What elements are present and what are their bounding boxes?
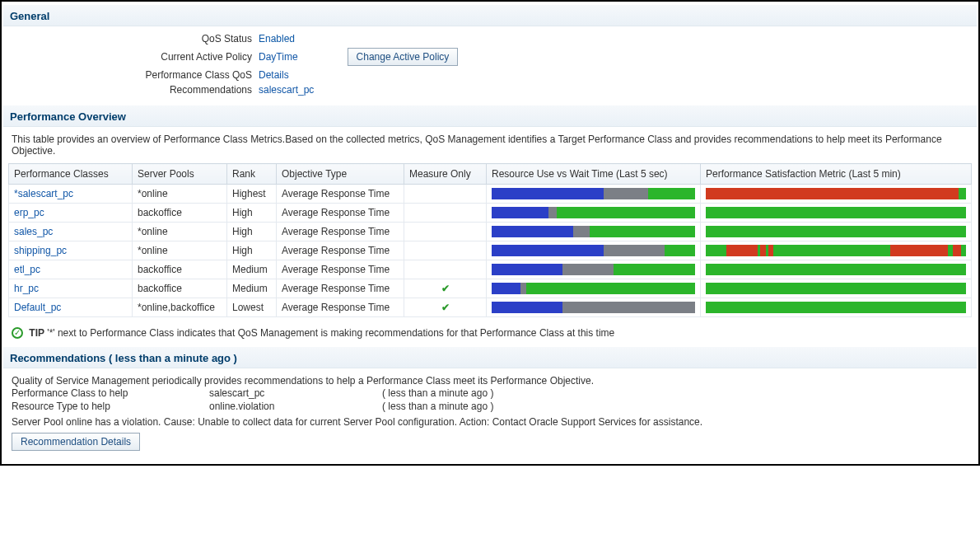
recommendations-label: Recommendations (12, 84, 259, 96)
psm-bar (706, 302, 966, 313)
perf-class-link[interactable]: shipping_pc (14, 245, 67, 256)
tip-check-icon (12, 327, 23, 339)
perf-class-link[interactable]: sales_pc (14, 226, 53, 237)
table-row: etl_pcbackofficeMediumAverage Response T… (9, 260, 972, 279)
recommendations-desc: Quality of Service Management periodical… (12, 375, 968, 387)
recommendation-message: Server Pool online has a violation. Caus… (12, 413, 893, 428)
bar-segment (773, 245, 890, 256)
col-perf-classes[interactable]: Performance Classes (9, 164, 133, 185)
bar-segment (706, 264, 966, 275)
bar-segment (492, 188, 604, 199)
bar-segment (706, 226, 966, 237)
performance-overview-header: Performance Overview (3, 105, 977, 127)
perf-class-qos-link[interactable]: Details (259, 69, 289, 81)
server-pool-cell: *online,backoffice (133, 298, 227, 317)
table-row: sales_pc*onlineHighAverage Response Time (9, 223, 972, 241)
bar-segment (562, 302, 695, 313)
objective-cell: Average Response Time (277, 298, 404, 317)
measure-only-cell (404, 223, 487, 241)
tip-text: '*' next to Performance Class indicates … (44, 327, 614, 339)
recommendations-link[interactable]: salescart_pc (259, 84, 314, 96)
check-icon: ✔ (409, 283, 481, 294)
psm-bar (706, 245, 966, 256)
bar-segment (573, 226, 590, 237)
bar-segment (706, 207, 966, 218)
server-pool-cell: *online (133, 241, 227, 260)
bar-segment (726, 245, 758, 256)
col-objective[interactable]: Objective Type (277, 164, 404, 185)
bar-segment (520, 283, 526, 294)
bar-segment (604, 188, 648, 199)
pc-to-help-time: ( less than a minute ago ) (382, 387, 493, 399)
resource-use-bar (492, 283, 695, 294)
bar-segment (492, 283, 520, 294)
recommendations-header: Recommendations ( less than a minute ago… (3, 347, 977, 368)
bar-segment (590, 226, 695, 237)
table-row: erp_pcbackofficeHighAverage Response Tim… (9, 204, 972, 223)
performance-overview-desc: This table provides an overview of Perfo… (8, 127, 972, 163)
resource-use-bar (492, 226, 695, 237)
performance-table: Performance Classes Server Pools Rank Ob… (8, 163, 972, 317)
pc-to-help-label: Performance Class to help (12, 387, 209, 399)
perf-class-link[interactable]: hr_pc (14, 283, 39, 294)
general-header: General (3, 5, 977, 26)
change-active-policy-button[interactable]: Change Active Policy (348, 48, 459, 66)
check-icon: ✔ (409, 302, 481, 313)
perf-class-link[interactable]: erp_pc (14, 207, 44, 218)
objective-cell: Average Response Time (277, 260, 404, 279)
psm-bar (706, 188, 966, 199)
perf-class-qos-label: Performance Class QoS (12, 69, 259, 81)
rank-cell: High (227, 241, 277, 260)
bar-segment (614, 264, 695, 275)
bar-segment (562, 264, 614, 275)
perf-class-link[interactable]: *salescart_pc (14, 188, 73, 199)
resource-use-bar (492, 245, 695, 256)
bar-segment (492, 245, 604, 256)
psm-bar (706, 226, 966, 237)
bar-segment (706, 302, 966, 313)
perf-class-link[interactable]: Default_pc (14, 302, 61, 313)
measure-only-cell (404, 185, 487, 204)
perf-class-link[interactable]: etl_pc (14, 264, 40, 275)
rank-cell: Lowest (227, 298, 277, 317)
col-server-pools[interactable]: Server Pools (133, 164, 227, 185)
qos-status-label: QoS Status (12, 33, 259, 45)
general-section: QoS Status Enabled Current Active Policy… (8, 26, 972, 105)
bar-segment (959, 188, 966, 199)
col-rank[interactable]: Rank (227, 164, 277, 185)
resource-use-bar (492, 264, 695, 275)
bar-segment (961, 245, 966, 256)
rank-cell: High (227, 204, 277, 223)
qos-status-value: Enabled (259, 33, 295, 45)
server-pool-cell: backoffice (133, 260, 227, 279)
resource-use-bar (492, 207, 695, 218)
col-psm[interactable]: Performance Satisfaction Metric (Last 5 … (701, 164, 972, 185)
bar-segment (648, 188, 695, 199)
table-row: shipping_pc*onlineHighAverage Response T… (9, 241, 972, 260)
bar-segment (492, 302, 562, 313)
psm-bar (706, 264, 966, 275)
recommendations-section: Quality of Service Management periodical… (8, 368, 972, 457)
resource-to-help-value: online.violation (209, 401, 382, 412)
objective-cell: Average Response Time (277, 279, 404, 298)
bar-segment (890, 245, 948, 256)
psm-bar (706, 283, 966, 294)
bar-segment (706, 245, 726, 256)
server-pool-cell: backoffice (133, 204, 227, 223)
recommendation-details-button[interactable]: Recommendation Details (12, 433, 140, 451)
rank-cell: Highest (227, 185, 277, 204)
resource-use-bar (492, 188, 695, 199)
objective-cell: Average Response Time (277, 185, 404, 204)
psm-bar (706, 207, 966, 218)
measure-only-cell (404, 204, 487, 223)
bar-segment (706, 283, 966, 294)
bar-segment (604, 245, 665, 256)
bar-segment (548, 207, 557, 218)
bar-segment (526, 283, 695, 294)
active-policy-value[interactable]: DayTime (259, 51, 298, 63)
objective-cell: Average Response Time (277, 241, 404, 260)
col-resource-use[interactable]: Resource Use vs Wait Time (Last 5 sec) (487, 164, 701, 185)
col-measure-only[interactable]: Measure Only (404, 164, 487, 185)
bar-segment (557, 207, 695, 218)
resource-use-bar (492, 302, 695, 313)
